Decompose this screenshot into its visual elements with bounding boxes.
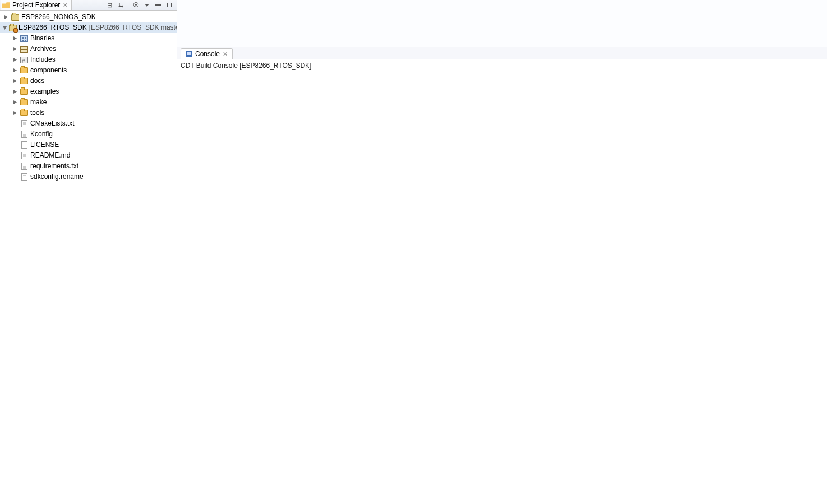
bin-icon: [20, 35, 28, 42]
minimize-button[interactable]: [153, 1, 163, 10]
svg-marker-0: [4, 15, 8, 19]
folder-icon: [20, 67, 28, 73]
toolbar-separator: [128, 1, 128, 9]
explorer-toolbar: ⊟ ⇆ ⦿: [104, 1, 175, 10]
view-menu-button[interactable]: [142, 1, 152, 10]
tree-item[interactable]: sdkconfig.rename: [0, 172, 177, 182]
file-icon: [21, 131, 27, 138]
tree-item-label: Archives: [30, 44, 56, 54]
console-tabbar: Console ✕: [177, 47, 827, 59]
folder-icon: [2, 2, 10, 8]
tree-item-label: docs: [30, 76, 44, 86]
minimize-icon: [155, 4, 161, 6]
tree-item-label: ESP8266_NONOS_SDK: [21, 12, 96, 22]
close-icon[interactable]: ✕: [62, 2, 68, 9]
file-icon: [21, 141, 27, 149]
console-tab-label: Console: [195, 50, 220, 58]
svg-marker-7: [13, 90, 17, 94]
expand-icon[interactable]: [11, 110, 18, 115]
console-tab[interactable]: Console ✕: [181, 48, 233, 59]
tree-item[interactable]: docs: [0, 76, 177, 86]
project-tree[interactable]: ESP8266_NONOS_SDKESP8266_RTOS_SDK[ESP826…: [0, 11, 177, 504]
svg-marker-6: [13, 79, 17, 83]
folder-icon: [20, 78, 28, 84]
tree-item[interactable]: Includes: [0, 54, 177, 65]
expand-icon[interactable]: [11, 78, 18, 84]
svg-marker-4: [13, 58, 17, 62]
tree-item-label: requirements.txt: [30, 161, 78, 172]
tree-item[interactable]: requirements.txt: [0, 161, 177, 172]
svg-marker-3: [13, 47, 17, 51]
tree-item[interactable]: README.md: [0, 150, 177, 161]
explorer-tab[interactable]: Project Explorer ✕: [1, 0, 72, 10]
tree-item-label: CMakeLists.txt: [30, 118, 75, 129]
tree-item-label: Binaries: [30, 33, 54, 44]
svg-marker-9: [13, 111, 17, 115]
folder-icon: [20, 99, 28, 105]
tree-item[interactable]: make: [0, 97, 177, 108]
expand-icon[interactable]: [11, 68, 18, 73]
editor-and-console-area: Console ✕ CDT Build Console [ESP8266_RTO…: [177, 0, 827, 504]
file-icon: [21, 120, 27, 127]
tree-item-label: README.md: [30, 150, 70, 161]
expand-icon[interactable]: [11, 57, 18, 62]
console-header: CDT Build Console [ESP8266_RTOS_SDK]: [177, 59, 827, 72]
chevron-down-icon: [145, 4, 149, 7]
expand-icon[interactable]: [11, 89, 18, 94]
tree-item-label: tools: [30, 108, 44, 118]
console-panel: Console ✕ CDT Build Console [ESP8266_RTO…: [177, 47, 827, 504]
file-icon: [21, 163, 27, 170]
expand-icon[interactable]: [11, 47, 18, 52]
file-icon: [21, 173, 27, 181]
maximize-icon: [167, 3, 172, 7]
tree-item[interactable]: components: [0, 65, 177, 76]
svg-marker-1: [3, 26, 7, 30]
arch-icon: [20, 46, 28, 53]
explorer-title: Project Explorer: [12, 1, 60, 9]
tree-item-label: LICENSE: [30, 140, 59, 150]
svg-marker-8: [13, 100, 17, 104]
collapse-icon[interactable]: [2, 25, 7, 30]
expand-icon[interactable]: [11, 36, 18, 41]
link-with-editor-button[interactable]: ⇆: [115, 1, 126, 10]
tree-item[interactable]: Kconfig: [0, 129, 177, 140]
tree-item-label: components: [30, 65, 67, 76]
focus-button[interactable]: ⦿: [131, 1, 141, 10]
tree-item[interactable]: CMakeLists.txt: [0, 118, 177, 129]
file-icon: [21, 152, 27, 159]
tree-item[interactable]: ESP8266_NONOS_SDK: [0, 12, 177, 22]
tree-item[interactable]: Binaries: [0, 33, 177, 44]
console-output[interactable]: [177, 72, 827, 504]
editor-area[interactable]: [177, 0, 827, 47]
tree-item-label: Includes: [30, 54, 56, 65]
svg-marker-2: [13, 36, 17, 40]
tree-item-label: Kconfig: [30, 129, 53, 140]
tree-item[interactable]: LICENSE: [0, 140, 177, 150]
tree-item-label: make: [30, 97, 47, 108]
folder-icon: [20, 89, 28, 95]
tree-item[interactable]: examples: [0, 86, 177, 97]
console-icon: [186, 51, 192, 57]
collapse-all-button[interactable]: ⊟: [104, 1, 114, 10]
project-explorer-panel: Project Explorer ✕ ⊟ ⇆ ⦿ ESP8266_NONOS_S…: [0, 0, 177, 504]
proj-icon: [11, 14, 19, 21]
tree-item-label: examples: [30, 86, 59, 97]
folder-icon: [20, 110, 28, 116]
maximize-button[interactable]: [164, 1, 174, 10]
svg-marker-5: [13, 68, 17, 72]
inc-icon: [20, 57, 28, 63]
tree-item[interactable]: ESP8266_RTOS_SDK[ESP8266_RTOS_SDK master…: [0, 22, 177, 33]
explorer-header: Project Explorer ✕ ⊟ ⇆ ⦿: [0, 0, 177, 11]
expand-icon[interactable]: [11, 100, 18, 105]
close-icon[interactable]: ✕: [223, 50, 228, 58]
tree-item[interactable]: tools: [0, 108, 177, 118]
tree-item-label: ESP8266_RTOS_SDK[ESP8266_RTOS_SDK master…: [19, 22, 177, 33]
projgit-icon: [9, 25, 17, 31]
expand-icon[interactable]: [2, 15, 9, 20]
tree-item[interactable]: Archives: [0, 44, 177, 54]
tree-item-label: sdkconfig.rename: [30, 172, 84, 182]
